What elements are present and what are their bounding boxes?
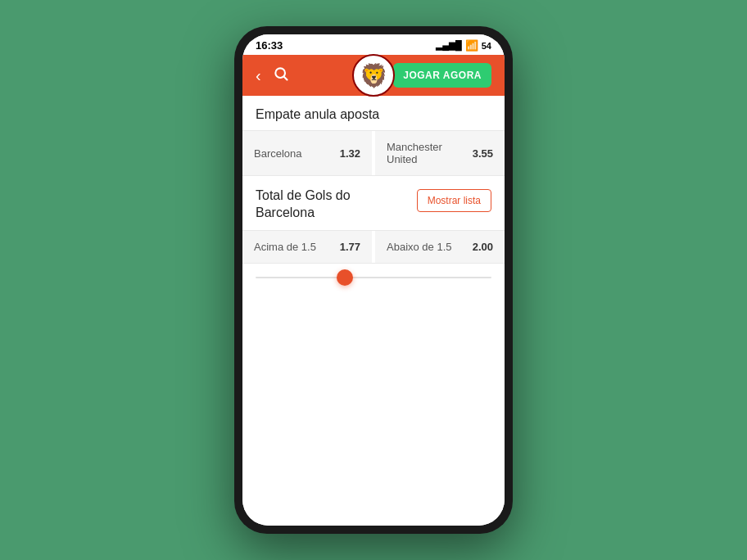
lion-icon: 🦁 — [360, 62, 388, 89]
back-button[interactable]: ‹ — [256, 66, 261, 85]
main-content: Empate anula aposta Barcelona 1.32 Manch… — [242, 96, 505, 526]
mostrar-lista-button[interactable]: Mostrar lista — [417, 189, 491, 212]
manchester-team: Manchester United — [387, 141, 473, 165]
section-gols: Total de Gols doBarcelona Mostrar lista … — [242, 176, 505, 264]
barcelona-team: Barcelona — [254, 147, 302, 160]
header-left: ‹ — [256, 65, 289, 85]
manchester-odds: 3.55 — [473, 147, 493, 160]
manchester-bet-cell[interactable]: Manchester United 3.55 — [372, 131, 505, 175]
phone-screen: 16:33 ▂▄▆█ 📶 54 ‹ 🦁 JOGAR — [242, 34, 505, 526]
barcelona-bet-cell[interactable]: Barcelona 1.32 — [242, 131, 372, 175]
acima-team: Acima de 1.5 — [254, 241, 316, 253]
slider-thumb[interactable] — [337, 269, 353, 286]
abaixo-team: Abaixo de 1.5 — [387, 241, 452, 253]
abaixo-bet-cell[interactable]: Abaixo de 1.5 2.00 — [372, 231, 505, 263]
app-header: ‹ 🦁 JOGAR AGORA — [242, 55, 505, 96]
empate-bet-row: Barcelona 1.32 Manchester United 3.55 — [242, 130, 505, 176]
abaixo-odds: 2.00 — [473, 241, 493, 253]
search-button[interactable] — [273, 65, 289, 85]
app-logo: 🦁 — [352, 54, 395, 97]
gols-header-row: Total de Gols doBarcelona Mostrar lista — [242, 176, 505, 230]
slider-track[interactable] — [256, 277, 491, 278]
section-empate-title: Empate anula aposta — [242, 96, 505, 130]
gols-bet-row: Acima de 1.5 1.77 Abaixo de 1.5 2.00 — [242, 230, 505, 264]
acima-bet-cell[interactable]: Acima de 1.5 1.77 — [242, 231, 372, 263]
signal-icon: ▂▄▆█ — [436, 40, 462, 51]
phone-device: 16:33 ▂▄▆█ 📶 54 ‹ 🦁 JOGAR — [234, 26, 513, 534]
barcelona-odds: 1.32 — [340, 147, 360, 160]
acima-odds: 1.77 — [340, 241, 360, 253]
status-bar: 16:33 ▂▄▆█ 📶 54 — [242, 34, 505, 55]
section-empate: Empate anula aposta Barcelona 1.32 Manch… — [242, 96, 505, 176]
svg-line-1 — [283, 77, 287, 80]
status-time: 16:33 — [256, 39, 283, 52]
play-now-button[interactable]: JOGAR AGORA — [393, 63, 491, 88]
wifi-icon: 📶 — [465, 39, 478, 52]
status-icons: ▂▄▆█ 📶 54 — [436, 39, 491, 52]
section-gols-title: Total de Gols doBarcelona — [256, 187, 351, 222]
battery-label: 54 — [482, 41, 491, 51]
slider-container — [242, 264, 505, 287]
